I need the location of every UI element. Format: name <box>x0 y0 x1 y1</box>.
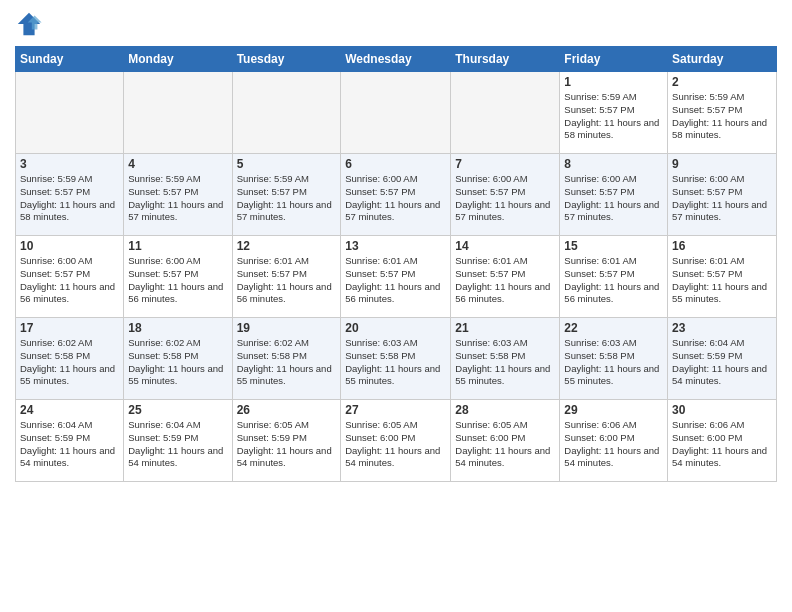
day-number: 3 <box>20 157 119 171</box>
calendar-cell: 30Sunrise: 6:06 AMSunset: 6:00 PMDayligh… <box>668 400 777 482</box>
day-number: 9 <box>672 157 772 171</box>
day-number: 16 <box>672 239 772 253</box>
day-info: Sunrise: 6:00 AMSunset: 5:57 PMDaylight:… <box>672 173 772 224</box>
calendar-cell: 25Sunrise: 6:04 AMSunset: 5:59 PMDayligh… <box>124 400 232 482</box>
calendar-cell: 5Sunrise: 5:59 AMSunset: 5:57 PMDaylight… <box>232 154 341 236</box>
day-info: Sunrise: 6:06 AMSunset: 6:00 PMDaylight:… <box>672 419 772 470</box>
day-number: 25 <box>128 403 227 417</box>
calendar-cell: 14Sunrise: 6:01 AMSunset: 5:57 PMDayligh… <box>451 236 560 318</box>
day-number: 24 <box>20 403 119 417</box>
day-number: 14 <box>455 239 555 253</box>
calendar-cell: 23Sunrise: 6:04 AMSunset: 5:59 PMDayligh… <box>668 318 777 400</box>
calendar-week-row: 17Sunrise: 6:02 AMSunset: 5:58 PMDayligh… <box>16 318 777 400</box>
day-number: 8 <box>564 157 663 171</box>
calendar-cell: 8Sunrise: 6:00 AMSunset: 5:57 PMDaylight… <box>560 154 668 236</box>
logo-icon <box>15 10 43 38</box>
calendar-cell: 15Sunrise: 6:01 AMSunset: 5:57 PMDayligh… <box>560 236 668 318</box>
day-number: 7 <box>455 157 555 171</box>
day-info: Sunrise: 6:06 AMSunset: 6:00 PMDaylight:… <box>564 419 663 470</box>
day-info: Sunrise: 5:59 AMSunset: 5:57 PMDaylight:… <box>128 173 227 224</box>
calendar-cell <box>232 72 341 154</box>
day-info: Sunrise: 6:04 AMSunset: 5:59 PMDaylight:… <box>20 419 119 470</box>
day-info: Sunrise: 6:00 AMSunset: 5:57 PMDaylight:… <box>20 255 119 306</box>
page: SundayMondayTuesdayWednesdayThursdayFrid… <box>0 0 792 612</box>
calendar-cell <box>451 72 560 154</box>
day-number: 23 <box>672 321 772 335</box>
calendar-cell: 19Sunrise: 6:02 AMSunset: 5:58 PMDayligh… <box>232 318 341 400</box>
day-number: 30 <box>672 403 772 417</box>
calendar-week-row: 10Sunrise: 6:00 AMSunset: 5:57 PMDayligh… <box>16 236 777 318</box>
calendar-cell: 17Sunrise: 6:02 AMSunset: 5:58 PMDayligh… <box>16 318 124 400</box>
day-number: 15 <box>564 239 663 253</box>
calendar-week-row: 24Sunrise: 6:04 AMSunset: 5:59 PMDayligh… <box>16 400 777 482</box>
weekday-header-thursday: Thursday <box>451 47 560 72</box>
calendar-cell: 6Sunrise: 6:00 AMSunset: 5:57 PMDaylight… <box>341 154 451 236</box>
day-info: Sunrise: 6:05 AMSunset: 6:00 PMDaylight:… <box>345 419 446 470</box>
calendar-cell: 7Sunrise: 6:00 AMSunset: 5:57 PMDaylight… <box>451 154 560 236</box>
day-number: 28 <box>455 403 555 417</box>
day-info: Sunrise: 6:01 AMSunset: 5:57 PMDaylight:… <box>345 255 446 306</box>
day-info: Sunrise: 6:04 AMSunset: 5:59 PMDaylight:… <box>128 419 227 470</box>
day-number: 11 <box>128 239 227 253</box>
day-info: Sunrise: 6:03 AMSunset: 5:58 PMDaylight:… <box>455 337 555 388</box>
day-number: 1 <box>564 75 663 89</box>
calendar-cell: 18Sunrise: 6:02 AMSunset: 5:58 PMDayligh… <box>124 318 232 400</box>
day-info: Sunrise: 6:01 AMSunset: 5:57 PMDaylight:… <box>564 255 663 306</box>
calendar-cell: 9Sunrise: 6:00 AMSunset: 5:57 PMDaylight… <box>668 154 777 236</box>
weekday-header-tuesday: Tuesday <box>232 47 341 72</box>
day-number: 22 <box>564 321 663 335</box>
calendar-cell: 21Sunrise: 6:03 AMSunset: 5:58 PMDayligh… <box>451 318 560 400</box>
weekday-header-saturday: Saturday <box>668 47 777 72</box>
day-info: Sunrise: 6:04 AMSunset: 5:59 PMDaylight:… <box>672 337 772 388</box>
calendar-cell: 11Sunrise: 6:00 AMSunset: 5:57 PMDayligh… <box>124 236 232 318</box>
day-info: Sunrise: 6:03 AMSunset: 5:58 PMDaylight:… <box>564 337 663 388</box>
day-number: 26 <box>237 403 337 417</box>
logo <box>15 10 47 38</box>
calendar-table: SundayMondayTuesdayWednesdayThursdayFrid… <box>15 46 777 482</box>
day-number: 13 <box>345 239 446 253</box>
calendar-cell: 1Sunrise: 5:59 AMSunset: 5:57 PMDaylight… <box>560 72 668 154</box>
day-info: Sunrise: 6:00 AMSunset: 5:57 PMDaylight:… <box>128 255 227 306</box>
weekday-header-wednesday: Wednesday <box>341 47 451 72</box>
day-number: 10 <box>20 239 119 253</box>
calendar-cell <box>124 72 232 154</box>
calendar-cell: 28Sunrise: 6:05 AMSunset: 6:00 PMDayligh… <box>451 400 560 482</box>
day-info: Sunrise: 6:02 AMSunset: 5:58 PMDaylight:… <box>237 337 337 388</box>
day-number: 17 <box>20 321 119 335</box>
calendar-cell <box>341 72 451 154</box>
day-info: Sunrise: 5:59 AMSunset: 5:57 PMDaylight:… <box>237 173 337 224</box>
day-info: Sunrise: 5:59 AMSunset: 5:57 PMDaylight:… <box>20 173 119 224</box>
calendar-cell: 4Sunrise: 5:59 AMSunset: 5:57 PMDaylight… <box>124 154 232 236</box>
day-number: 6 <box>345 157 446 171</box>
day-number: 19 <box>237 321 337 335</box>
day-info: Sunrise: 6:02 AMSunset: 5:58 PMDaylight:… <box>128 337 227 388</box>
day-number: 27 <box>345 403 446 417</box>
day-number: 18 <box>128 321 227 335</box>
calendar-cell: 10Sunrise: 6:00 AMSunset: 5:57 PMDayligh… <box>16 236 124 318</box>
day-number: 2 <box>672 75 772 89</box>
day-info: Sunrise: 6:05 AMSunset: 6:00 PMDaylight:… <box>455 419 555 470</box>
day-info: Sunrise: 6:00 AMSunset: 5:57 PMDaylight:… <box>564 173 663 224</box>
calendar-cell: 3Sunrise: 5:59 AMSunset: 5:57 PMDaylight… <box>16 154 124 236</box>
calendar-cell: 16Sunrise: 6:01 AMSunset: 5:57 PMDayligh… <box>668 236 777 318</box>
header <box>15 10 777 38</box>
weekday-header-row: SundayMondayTuesdayWednesdayThursdayFrid… <box>16 47 777 72</box>
day-number: 4 <box>128 157 227 171</box>
day-number: 12 <box>237 239 337 253</box>
calendar-cell: 20Sunrise: 6:03 AMSunset: 5:58 PMDayligh… <box>341 318 451 400</box>
calendar-cell: 24Sunrise: 6:04 AMSunset: 5:59 PMDayligh… <box>16 400 124 482</box>
calendar-cell: 26Sunrise: 6:05 AMSunset: 5:59 PMDayligh… <box>232 400 341 482</box>
day-number: 5 <box>237 157 337 171</box>
calendar-cell: 29Sunrise: 6:06 AMSunset: 6:00 PMDayligh… <box>560 400 668 482</box>
calendar-cell <box>16 72 124 154</box>
day-info: Sunrise: 5:59 AMSunset: 5:57 PMDaylight:… <box>564 91 663 142</box>
day-info: Sunrise: 6:01 AMSunset: 5:57 PMDaylight:… <box>672 255 772 306</box>
day-info: Sunrise: 6:05 AMSunset: 5:59 PMDaylight:… <box>237 419 337 470</box>
calendar-week-row: 3Sunrise: 5:59 AMSunset: 5:57 PMDaylight… <box>16 154 777 236</box>
day-number: 29 <box>564 403 663 417</box>
day-info: Sunrise: 6:01 AMSunset: 5:57 PMDaylight:… <box>455 255 555 306</box>
calendar-cell: 13Sunrise: 6:01 AMSunset: 5:57 PMDayligh… <box>341 236 451 318</box>
calendar-cell: 22Sunrise: 6:03 AMSunset: 5:58 PMDayligh… <box>560 318 668 400</box>
weekday-header-monday: Monday <box>124 47 232 72</box>
calendar-cell: 12Sunrise: 6:01 AMSunset: 5:57 PMDayligh… <box>232 236 341 318</box>
